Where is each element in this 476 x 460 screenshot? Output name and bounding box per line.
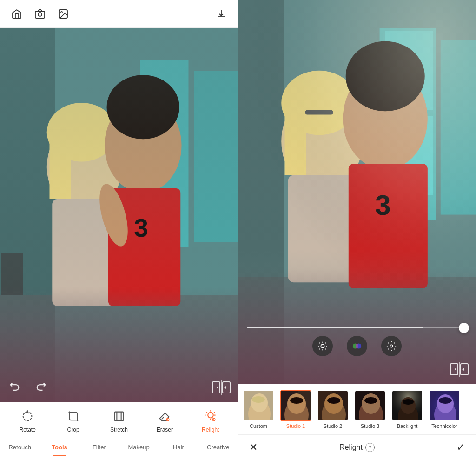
eraser-label: Eraser <box>157 427 173 433</box>
filter-thumb-studio1 <box>280 390 311 421</box>
adjust-icons-row <box>238 336 476 356</box>
brightness-icon <box>317 341 328 351</box>
svg-rect-64 <box>290 397 303 404</box>
tool-crop[interactable]: Crop <box>57 408 90 433</box>
filter-studio2-label: Studio 2 <box>324 423 342 429</box>
left-panel: 3 <box>0 0 238 460</box>
slider-track[interactable] <box>247 327 467 328</box>
svg-point-58 <box>251 393 268 412</box>
color-adjust-button[interactable] <box>347 336 367 356</box>
svg-point-28 <box>208 413 213 418</box>
tab-creative[interactable]: Creative <box>198 442 238 453</box>
bottom-tools: Rotate Crop <box>0 402 238 460</box>
left-compare-button[interactable] <box>212 380 231 395</box>
redo-button[interactable] <box>33 380 48 395</box>
left-photo: 3 <box>0 28 238 402</box>
filter-thumb-backlight <box>391 390 423 421</box>
relight-icon <box>202 408 219 425</box>
right-compare-button[interactable] <box>450 362 469 377</box>
filter-studio3-thumb <box>355 391 386 421</box>
filter-thumb-technicolor <box>429 390 460 421</box>
right-compare-icon <box>450 362 469 377</box>
home-icon[interactable] <box>9 7 24 21</box>
right-bottom-bar: ✕ Relight ? ✓ <box>238 434 476 460</box>
relight-title-area: Relight ? <box>339 443 375 452</box>
tab-tools[interactable]: Tools <box>40 442 79 453</box>
camera-icon[interactable] <box>33 7 47 21</box>
svg-rect-69 <box>327 397 340 404</box>
filter-thumb-studio3 <box>354 390 386 421</box>
stretch-label: Stretch <box>110 427 128 433</box>
tool-rotate[interactable]: Rotate <box>11 408 44 433</box>
gallery-icon[interactable] <box>56 7 71 21</box>
svg-rect-54 <box>461 364 468 375</box>
crop-icon <box>65 408 82 425</box>
tab-retouch[interactable]: Retouch <box>0 442 40 453</box>
svg-rect-53 <box>450 364 458 375</box>
filter-strip: Custom Studio 1 <box>238 384 476 434</box>
tab-makeup[interactable]: Makeup <box>119 442 159 453</box>
filter-studio3[interactable]: Studio 3 <box>353 390 387 429</box>
filter-custom-thumb <box>244 391 274 421</box>
couple-photo-svg: 3 <box>0 28 238 402</box>
tab-bar: Retouch Tools Filter Makeup Hair Creativ… <box>0 437 238 456</box>
filter-studio2[interactable]: Studio 2 <box>316 390 350 429</box>
help-button[interactable]: ? <box>365 443 375 452</box>
filter-thumb-custom <box>243 390 274 421</box>
rotate-icon <box>19 408 36 425</box>
filter-studio1-thumb <box>281 391 311 421</box>
svg-rect-83 <box>439 397 452 404</box>
undo-redo-controls <box>7 380 48 395</box>
filter-backlight-label: Backlight <box>397 423 418 429</box>
filter-backlight[interactable]: Backlight <box>390 390 424 429</box>
filter-custom-label: Custom <box>250 423 267 429</box>
crop-label: Crop <box>67 427 79 433</box>
undo-button[interactable] <box>7 380 22 395</box>
settings-adjust-button[interactable] <box>381 336 402 356</box>
svg-point-3 <box>61 12 62 13</box>
filter-custom[interactable]: Custom <box>242 390 275 429</box>
filter-technicolor[interactable]: Technicolor <box>428 390 461 429</box>
tool-stretch[interactable]: Stretch <box>103 408 135 433</box>
svg-point-48 <box>321 344 324 347</box>
tools-row: Rotate Crop <box>0 408 238 437</box>
filter-studio2-thumb <box>318 391 349 421</box>
filter-studio3-label: Studio 3 <box>361 423 379 429</box>
stretch-icon <box>111 408 127 425</box>
svg-rect-21 <box>223 382 230 393</box>
slider-fill <box>247 327 423 328</box>
top-bar-left <box>9 7 71 21</box>
svg-rect-78 <box>403 399 414 405</box>
color-icon <box>352 341 362 351</box>
filter-technicolor-label: Technicolor <box>431 423 457 429</box>
tool-eraser[interactable]: Eraser <box>148 408 181 433</box>
svg-rect-20 <box>212 382 220 393</box>
tab-filter[interactable]: Filter <box>79 442 119 453</box>
svg-rect-59 <box>252 396 265 403</box>
relight-title: Relight <box>339 443 363 452</box>
tab-hair[interactable]: Hair <box>159 442 198 453</box>
right-panel: 3 <box>238 0 476 460</box>
cancel-button[interactable]: ✕ <box>249 441 258 453</box>
filter-backlight-thumb <box>392 391 423 421</box>
confirm-button[interactable]: ✓ <box>456 441 465 453</box>
left-photo-area: 3 <box>0 28 238 402</box>
slider-thumb[interactable] <box>459 323 469 333</box>
right-photo-area: 3 <box>238 0 476 384</box>
eraser-icon <box>156 408 173 425</box>
download-icon[interactable] <box>214 7 229 21</box>
top-bar <box>0 0 238 28</box>
filter-studio1[interactable]: Studio 1 <box>279 390 312 429</box>
intensity-slider[interactable] <box>238 327 476 328</box>
compare-icon <box>212 380 231 395</box>
relight-label: Relight <box>202 427 219 433</box>
rotate-label: Rotate <box>20 427 36 433</box>
tool-relight[interactable]: Relight <box>194 408 227 433</box>
svg-rect-19 <box>0 28 238 402</box>
svg-point-52 <box>390 345 393 347</box>
svg-rect-73 <box>364 397 377 404</box>
brightness-adjust-button[interactable] <box>312 336 333 356</box>
svg-point-1 <box>38 13 42 16</box>
svg-point-51 <box>356 344 358 349</box>
filter-studio1-label: Studio 1 <box>286 423 305 429</box>
